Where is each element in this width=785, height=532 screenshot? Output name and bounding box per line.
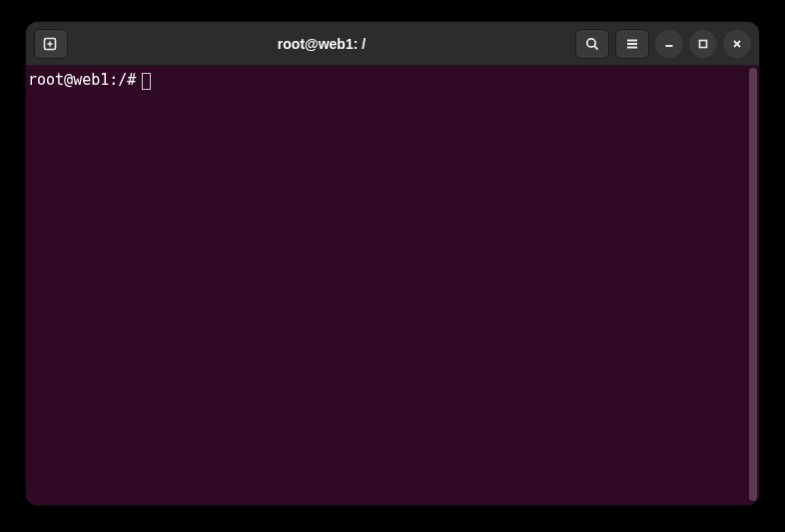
window-title: root@web1: / (74, 36, 569, 52)
hamburger-icon (624, 36, 640, 52)
terminal-line: root@web1:/# (28, 70, 757, 90)
scrollbar[interactable] (749, 68, 757, 501)
close-icon (731, 38, 743, 50)
svg-point-3 (587, 38, 595, 46)
shell-prompt: root@web1:/# (28, 70, 136, 90)
menu-button[interactable] (615, 29, 649, 59)
terminal-window: root@web1: / (26, 22, 759, 505)
titlebar-right (575, 29, 751, 59)
close-button[interactable] (723, 30, 751, 58)
svg-line-4 (594, 46, 597, 49)
maximize-button[interactable] (689, 30, 717, 58)
new-tab-icon (42, 35, 60, 53)
text-cursor (142, 73, 151, 90)
new-tab-button[interactable] (34, 29, 68, 59)
maximize-icon (697, 38, 709, 50)
search-button[interactable] (575, 29, 609, 59)
minimize-button[interactable] (655, 30, 683, 58)
terminal-area[interactable]: root@web1:/# (26, 66, 759, 505)
titlebar: root@web1: / (26, 22, 759, 66)
svg-rect-9 (700, 40, 707, 47)
minimize-icon (663, 38, 675, 50)
search-icon (584, 36, 600, 52)
titlebar-left (34, 29, 68, 59)
